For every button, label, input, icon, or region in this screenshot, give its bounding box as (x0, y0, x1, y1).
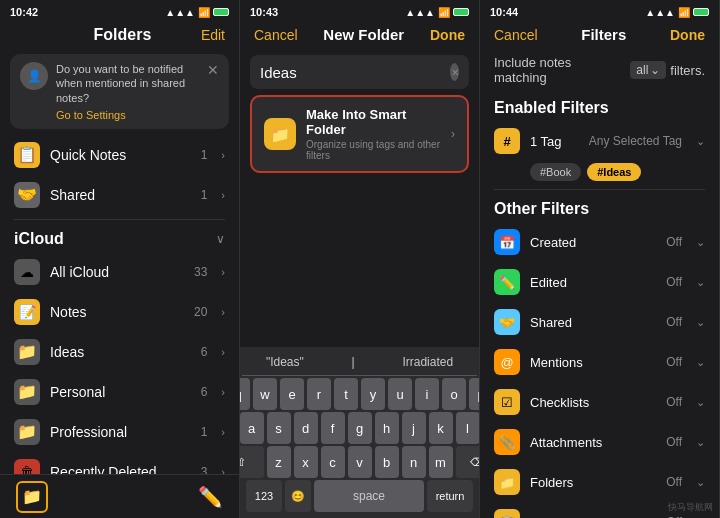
folders-nav: Folders Edit (0, 22, 239, 50)
edit-button[interactable]: Edit (201, 27, 225, 43)
compose-button[interactable]: ✏️ (198, 485, 223, 509)
shared-item[interactable]: 🤝 Shared 1 › (0, 175, 239, 215)
attachments-filter-row[interactable]: 📎 Attachments Off ⌄ (480, 422, 719, 462)
edited-label: Edited (530, 275, 656, 290)
all-icloud-icon: ☁ (14, 259, 40, 285)
key-l[interactable]: l (456, 412, 480, 444)
key-y[interactable]: y (361, 378, 385, 410)
ideas-tag-chip[interactable]: #Ideas (587, 163, 641, 181)
status-bar-2: 10:43 ▲▲▲ 📶 (240, 0, 479, 22)
all-icloud-count: 33 (194, 265, 207, 279)
professional-item[interactable]: 📁 Professional 1 › (0, 412, 239, 452)
key-h[interactable]: h (375, 412, 399, 444)
key-d[interactable]: d (294, 412, 318, 444)
personal-icon: 📁 (14, 379, 40, 405)
shift-key[interactable]: ⇧ (240, 446, 264, 478)
key-k[interactable]: k (429, 412, 453, 444)
ideas-label: Ideas (50, 344, 191, 360)
divider-1 (14, 219, 225, 220)
suggestion-1[interactable]: "Ideas" (266, 355, 304, 369)
folders-filter-row[interactable]: 📁 Folders Off ⌄ (480, 462, 719, 502)
return-key[interactable]: return (427, 480, 473, 512)
key-p[interactable]: p (469, 378, 480, 410)
tag-filter-chevron-icon: ⌄ (696, 135, 705, 148)
key-w[interactable]: w (253, 378, 277, 410)
notes-icon: 📝 (14, 299, 40, 325)
emoji-key[interactable]: 😊 (285, 480, 311, 512)
checklists-filter-row[interactable]: ☑ Checklists Off ⌄ (480, 382, 719, 422)
suggestion-divider: | (352, 355, 355, 369)
keyboard[interactable]: "Ideas" | Irradiated q w e r t y u i o p… (240, 347, 479, 518)
attachments-chevron-icon: ⌄ (696, 436, 705, 449)
key-v[interactable]: v (348, 446, 372, 478)
cancel-button[interactable]: Cancel (254, 27, 298, 43)
mentions-filter-row[interactable]: @ Mentions Off ⌄ (480, 342, 719, 382)
book-tag-chip[interactable]: #Book (530, 163, 581, 181)
clear-input-button[interactable]: ✕ (450, 63, 459, 81)
key-b[interactable]: b (375, 446, 399, 478)
suggestion-2[interactable]: Irradiated (402, 355, 453, 369)
key-c[interactable]: c (321, 446, 345, 478)
done-button[interactable]: Done (430, 27, 465, 43)
key-a[interactable]: a (240, 412, 264, 444)
key-f[interactable]: f (321, 412, 345, 444)
key-u[interactable]: u (388, 378, 412, 410)
folder-name-input[interactable] (260, 64, 450, 81)
all-icloud-item[interactable]: ☁ All iCloud 33 › (0, 252, 239, 292)
mentions-chevron-icon: ⌄ (696, 356, 705, 369)
filters-done-button[interactable]: Done (670, 27, 705, 43)
enabled-filters-header: Enabled Filters (480, 91, 719, 121)
edited-icon: ✏️ (494, 269, 520, 295)
key-g[interactable]: g (348, 412, 372, 444)
key-m[interactable]: m (429, 446, 453, 478)
filters-cancel-button[interactable]: Cancel (494, 27, 538, 43)
delete-key[interactable]: ⌫ (456, 446, 481, 478)
key-z[interactable]: z (267, 446, 291, 478)
notif-close-icon[interactable]: ✕ (207, 62, 219, 78)
key-q[interactable]: q (240, 378, 250, 410)
key-o[interactable]: o (442, 378, 466, 410)
tag-filter-row[interactable]: # 1 Tag Any Selected Tag ⌄ (480, 121, 719, 161)
created-chevron-icon: ⌄ (696, 236, 705, 249)
quick-notes-chevron: › (221, 149, 225, 161)
keyboard-suggestions: "Ideas" | Irradiated (242, 351, 477, 376)
edited-filter-row[interactable]: ✏️ Edited Off ⌄ (480, 262, 719, 302)
go-to-settings-link[interactable]: Go to Settings (56, 109, 199, 121)
make-smart-folder-row[interactable]: 📁 Make Into Smart Folder Organize using … (250, 95, 469, 173)
bottom-toolbar: 📁 ✏️ (0, 474, 239, 518)
signal-icon-2: ▲▲▲ (405, 7, 435, 18)
notif-text: Do you want to be notified when mentione… (56, 62, 199, 105)
key-n[interactable]: n (402, 446, 426, 478)
other-filters-list: 📅 Created Off ⌄ ✏️ Edited Off ⌄ 🤝 Shared… (480, 222, 719, 518)
folder-name-input-row[interactable]: ✕ (250, 55, 469, 89)
enabled-tags-chips: #Book #Ideas (480, 161, 719, 187)
created-icon: 📅 (494, 229, 520, 255)
key-e[interactable]: e (280, 378, 304, 410)
ideas-item[interactable]: 📁 Ideas 6 › (0, 332, 239, 372)
shared-filter-value: Off (666, 315, 682, 329)
key-s[interactable]: s (267, 412, 291, 444)
all-any-selector[interactable]: all ⌄ (630, 61, 666, 79)
key-r[interactable]: r (307, 378, 331, 410)
status-icons-2: ▲▲▲ 📶 (405, 7, 469, 18)
created-filter-row[interactable]: 📅 Created Off ⌄ (480, 222, 719, 262)
shared-label: Shared (50, 187, 191, 203)
key-j[interactable]: j (402, 412, 426, 444)
icloud-title: iCloud (14, 230, 64, 248)
mentions-value: Off (666, 355, 682, 369)
notes-item[interactable]: 📝 Notes 20 › (0, 292, 239, 332)
quick-notes-item[interactable]: 📋 Quick Notes 1 › (0, 135, 239, 175)
quick-notes-icon: 📋 (14, 142, 40, 168)
personal-item[interactable]: 📁 Personal 6 › (0, 372, 239, 412)
space-key[interactable]: space (314, 480, 424, 512)
checklists-icon: ☑ (494, 389, 520, 415)
quick-notes-filter-label: Quick Notes (530, 515, 656, 519)
key-t[interactable]: t (334, 378, 358, 410)
shared-filter-row[interactable]: 🤝 Shared Off ⌄ (480, 302, 719, 342)
icloud-chevron-icon[interactable]: ∨ (216, 232, 225, 246)
key-x[interactable]: x (294, 446, 318, 478)
numbers-key[interactable]: 123 (246, 480, 282, 512)
key-i[interactable]: i (415, 378, 439, 410)
shared-chevron: › (221, 189, 225, 201)
new-folder-button[interactable]: 📁 (16, 481, 48, 513)
